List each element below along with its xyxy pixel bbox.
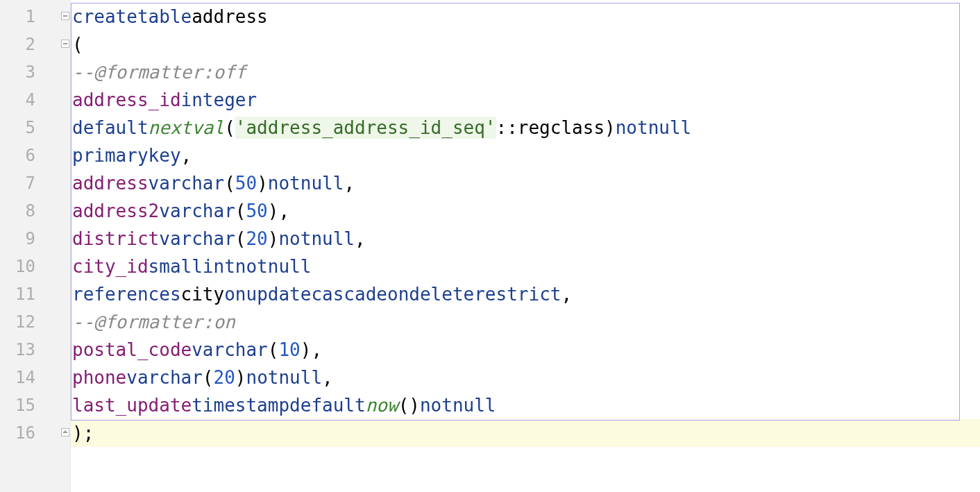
token-ident: address bbox=[192, 6, 268, 27]
code-line[interactable]: district varchar(20) not null, bbox=[71, 225, 980, 253]
line-number: 6 bbox=[0, 142, 70, 169]
token-col: postal_code bbox=[72, 339, 192, 360]
token-col: city_id bbox=[72, 256, 149, 277]
token-punc: ), bbox=[301, 339, 322, 360]
token-kw: not bbox=[235, 256, 268, 277]
token-kw: varchar bbox=[159, 201, 235, 221]
token-kw: not bbox=[278, 228, 311, 249]
line-number: 8 bbox=[0, 197, 70, 225]
token-punc: ::regclass) bbox=[496, 117, 616, 138]
token-kw: not bbox=[616, 117, 648, 138]
token-col: address bbox=[72, 173, 149, 194]
code-line[interactable]: address2 varchar(50), bbox=[71, 197, 980, 225]
token-punc: () bbox=[398, 395, 420, 416]
token-punc: , bbox=[561, 284, 572, 305]
line-number: 1 bbox=[0, 3, 70, 31]
fold-collapse-icon[interactable] bbox=[61, 40, 71, 49]
token-kw: null bbox=[311, 228, 355, 249]
code-area[interactable]: create table address(--@formatter:off ad… bbox=[71, 0, 980, 492]
token-comm: --@formatter:on bbox=[72, 312, 235, 332]
token-num: 20 bbox=[214, 367, 235, 388]
token-punc: ( bbox=[203, 367, 214, 388]
token-kw: not bbox=[268, 173, 301, 194]
token-kw: cascade bbox=[311, 284, 387, 305]
token-col: last_update bbox=[72, 395, 192, 416]
token-punc: ( bbox=[224, 117, 235, 138]
code-line[interactable]: address_id integer bbox=[71, 86, 980, 114]
line-number: 12 bbox=[0, 308, 70, 336]
line-number: 15 bbox=[0, 391, 70, 419]
line-number: 7 bbox=[0, 169, 70, 197]
token-kw: references bbox=[72, 284, 181, 305]
code-line[interactable]: ( bbox=[71, 31, 980, 58]
token-kw: integer bbox=[181, 90, 257, 110]
code-line[interactable]: city_id smallint not null bbox=[71, 253, 980, 280]
line-number: 11 bbox=[0, 280, 70, 308]
token-num: 20 bbox=[246, 228, 267, 249]
token-kw: varchar bbox=[149, 173, 225, 194]
token-kw: varchar bbox=[159, 228, 235, 249]
code-line[interactable]: create table address bbox=[71, 3, 980, 31]
token-kw: null bbox=[268, 256, 312, 277]
line-number: 9 bbox=[0, 225, 70, 253]
token-kw: default bbox=[72, 117, 149, 138]
code-line[interactable]: last_update timestamp default now() not … bbox=[71, 391, 980, 419]
token-ident: city bbox=[181, 284, 225, 305]
token-kw: varchar bbox=[192, 339, 268, 360]
code-line[interactable]: default nextval('address_address_id_seq'… bbox=[71, 114, 980, 142]
code-line[interactable]: postal_code varchar(10), bbox=[71, 336, 980, 364]
code-editor[interactable]: 12345678910111213141516 create table add… bbox=[0, 0, 980, 492]
token-punc: ) bbox=[235, 367, 246, 388]
token-kw: on bbox=[387, 284, 409, 305]
code-line[interactable]: ); bbox=[71, 419, 980, 447]
token-kw: not bbox=[246, 367, 278, 388]
token-kw: primary bbox=[72, 145, 149, 166]
token-kw: null bbox=[453, 395, 496, 416]
token-kw: delete bbox=[409, 284, 474, 305]
line-number: 16 bbox=[0, 419, 70, 447]
fold-expand-icon[interactable] bbox=[61, 428, 71, 438]
code-line[interactable]: primary key, bbox=[71, 142, 980, 169]
line-number: 4 bbox=[0, 86, 70, 114]
code-line[interactable]: references city on update cascade on del… bbox=[71, 280, 980, 308]
token-punc: , bbox=[355, 228, 366, 249]
token-kw: null bbox=[278, 367, 322, 388]
code-line[interactable]: address varchar(50) not null, bbox=[71, 169, 980, 197]
token-punc: ( bbox=[235, 228, 246, 249]
line-number: 10 bbox=[0, 253, 70, 280]
line-number: 2 bbox=[0, 31, 70, 58]
token-punc: ) bbox=[257, 173, 268, 194]
line-number: 5 bbox=[0, 114, 70, 142]
token-punc: , bbox=[344, 173, 355, 194]
token-kw: update bbox=[246, 284, 311, 305]
token-func: now bbox=[366, 395, 398, 416]
token-func: nextval bbox=[149, 117, 225, 138]
token-punc: ( bbox=[268, 339, 279, 360]
line-number: 3 bbox=[0, 58, 70, 86]
token-num: 50 bbox=[235, 173, 257, 194]
code-line[interactable]: --@formatter:on bbox=[71, 308, 980, 336]
token-col: phone bbox=[72, 367, 126, 388]
token-kw: timestamp bbox=[192, 395, 289, 416]
token-punc: ( bbox=[224, 173, 235, 194]
token-kw: varchar bbox=[126, 367, 203, 388]
token-kw: not bbox=[420, 395, 453, 416]
token-punc: ), bbox=[268, 201, 289, 221]
token-kw: key bbox=[149, 145, 181, 166]
fold-collapse-icon[interactable] bbox=[61, 12, 71, 22]
code-line[interactable]: --@formatter:off bbox=[71, 58, 980, 86]
token-comm: --@formatter:off bbox=[72, 62, 246, 83]
token-kw: table bbox=[137, 6, 192, 27]
token-kw: null bbox=[301, 173, 344, 194]
token-kw: default bbox=[289, 395, 366, 416]
token-kw: create bbox=[72, 6, 137, 27]
code-line[interactable]: phone varchar(20) not null, bbox=[71, 364, 980, 391]
token-punc: ); bbox=[72, 423, 94, 443]
token-kw: on bbox=[224, 284, 246, 305]
token-kw: smallint bbox=[149, 256, 235, 277]
line-number-gutter: 12345678910111213141516 bbox=[0, 0, 71, 492]
token-str: 'address_address_id_seq' bbox=[235, 117, 496, 139]
token-punc: ( bbox=[72, 34, 83, 55]
token-punc: ( bbox=[235, 201, 246, 221]
token-num: 10 bbox=[278, 339, 300, 360]
